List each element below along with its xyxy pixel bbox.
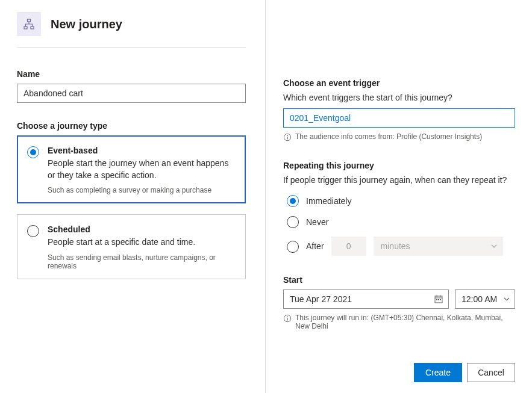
radio-label: Never [306,217,328,227]
repeat-label: Repeating this journey [283,161,515,170]
repeat-option-never[interactable]: Never [287,215,515,228]
page-title: New journey [51,17,122,31]
hierarchy-icon [17,12,41,36]
radio-icon [287,216,299,228]
start-date-input[interactable]: Tue Apr 27 2021 [283,289,449,309]
name-label: Name [17,69,246,79]
info-icon [283,133,292,141]
start-time-value: 12:00 AM [462,294,497,304]
name-input[interactable] [17,84,246,103]
radio-icon [27,146,39,158]
repeat-option-immediately[interactable]: Immediately [287,194,515,207]
svg-rect-5 [287,137,287,139]
start-label: Start [283,275,515,285]
trigger-info: The audience info comes from: Profile (C… [295,132,482,141]
info-icon [283,314,292,323]
svg-rect-10 [436,299,437,300]
chevron-down-icon [504,297,510,301]
card-title: Event-based [48,146,236,155]
card-desc: People start the journey when an event h… [48,158,236,181]
svg-rect-2 [31,26,34,29]
trigger-label: Choose an event trigger [283,78,515,88]
svg-point-14 [287,317,288,318]
cancel-button[interactable]: Cancel [467,363,515,382]
radio-icon [287,241,299,253]
create-button[interactable]: Create [414,363,462,382]
repeat-option-after[interactable]: After [287,237,515,256]
svg-rect-0 [28,19,31,22]
radio-label: Immediately [306,196,351,206]
trigger-subtext: Which event triggers the start of this j… [283,93,515,102]
repeat-subtext: If people trigger this journey again, wh… [283,175,515,185]
repeat-after-value[interactable] [331,237,366,256]
svg-rect-11 [438,299,439,300]
header-divider [17,47,246,48]
start-time-input[interactable]: 12:00 AM [455,289,515,309]
timezone-info: This journey will run in: (GMT+05:30) Ch… [295,314,515,330]
svg-rect-12 [440,299,441,300]
start-date-value: Tue Apr 27 2021 [290,294,352,304]
journey-type-label: Choose a journey type [17,121,246,131]
radio-icon [287,195,299,207]
card-hint: Such as completing a survey or making a … [48,186,236,194]
journey-type-event-based[interactable]: Event-based People start the journey whe… [17,135,246,203]
trigger-input[interactable] [283,108,515,128]
journey-type-scheduled[interactable]: Scheduled People start at a specific dat… [17,214,246,279]
radio-icon [27,225,39,237]
card-hint: Such as sending email blasts, nurture ca… [48,253,236,270]
radio-label: After [306,241,324,251]
calendar-icon [434,294,443,304]
card-title: Scheduled [48,224,236,234]
card-desc: People start at a specific date and time… [48,237,236,249]
svg-point-4 [287,135,288,137]
svg-rect-15 [287,318,287,320]
repeat-after-unit[interactable] [374,237,503,256]
svg-rect-1 [24,26,27,29]
